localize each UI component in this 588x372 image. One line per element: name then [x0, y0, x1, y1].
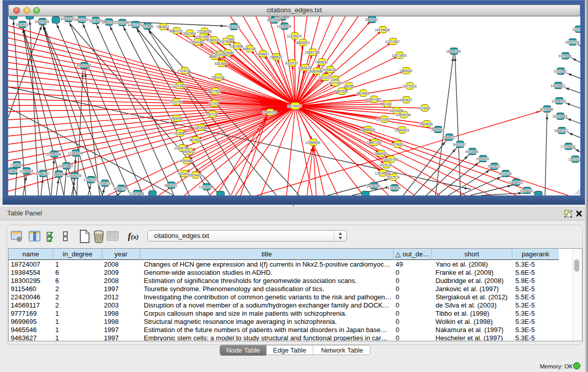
svg-text:8454749: 8454749 — [243, 47, 256, 51]
svg-text:10958107: 10958107 — [97, 182, 112, 185]
svg-text:15692571: 15692571 — [554, 129, 569, 133]
svg-text:9099489: 9099489 — [180, 159, 193, 163]
svg-text:8186328: 8186328 — [207, 38, 220, 42]
svg-text:8471676: 8471676 — [498, 172, 512, 176]
svg-text:6466160: 6466160 — [102, 20, 115, 24]
svg-text:20691406: 20691406 — [35, 20, 50, 24]
svg-text:6497508: 6497508 — [335, 90, 348, 93]
svg-text:8427552: 8427552 — [208, 90, 221, 93]
svg-text:16648784: 16648784 — [446, 50, 461, 53]
svg-text:17359924: 17359924 — [68, 151, 83, 155]
svg-text:2887682: 2887682 — [365, 18, 378, 21]
svg-text:16120746: 16120746 — [383, 158, 398, 161]
svg-text:1527602: 1527602 — [89, 19, 102, 23]
svg-text:9699695: 9699695 — [420, 122, 433, 126]
svg-text:8813054: 8813054 — [267, 18, 280, 22]
svg-text:7485063: 7485063 — [399, 69, 412, 73]
svg-text:13716485: 13716485 — [199, 185, 214, 189]
svg-text:2684067: 2684067 — [374, 152, 387, 156]
svg-text:746266: 746266 — [343, 84, 354, 88]
svg-text:1905571: 1905571 — [15, 23, 29, 27]
svg-text:2803144: 2803144 — [211, 76, 225, 79]
svg-text:13524851: 13524851 — [375, 171, 390, 175]
svg-text:3267130: 3267130 — [205, 113, 219, 116]
svg-text:6794028: 6794028 — [323, 68, 336, 72]
svg-text:1167533: 1167533 — [569, 158, 580, 161]
svg-text:16914479: 16914479 — [188, 173, 203, 177]
svg-text:9242848: 9242848 — [214, 62, 228, 65]
svg-text:2367608: 2367608 — [230, 45, 243, 48]
svg-text:1353594: 1353594 — [194, 126, 207, 129]
svg-text:12213967: 12213967 — [385, 40, 400, 43]
svg-text:7955812: 7955812 — [315, 60, 328, 64]
svg-text:12444191: 12444191 — [552, 99, 567, 103]
svg-text:10688609: 10688609 — [360, 128, 375, 132]
svg-text:23226058: 23226058 — [197, 30, 212, 33]
svg-text:1733426: 1733426 — [387, 186, 401, 190]
svg-text:117004: 117004 — [208, 102, 220, 105]
svg-text:10973403: 10973403 — [392, 54, 407, 57]
svg-text:15720407: 15720407 — [377, 118, 391, 121]
svg-text:8322037: 8322037 — [285, 61, 298, 65]
svg-text:1615132: 1615132 — [379, 163, 393, 167]
svg-text:10533257: 10533257 — [61, 17, 76, 20]
svg-text:9857791: 9857791 — [164, 184, 178, 187]
svg-text:2935114: 2935114 — [476, 157, 489, 161]
svg-text:10654122: 10654122 — [509, 181, 524, 184]
svg-text:10543362: 10543362 — [190, 40, 205, 44]
svg-text:16782759: 16782759 — [114, 187, 128, 190]
svg-text:7632621: 7632621 — [487, 165, 500, 168]
svg-text:9227342: 9227342 — [554, 70, 567, 73]
svg-text:6479197: 6479197 — [453, 143, 466, 146]
svg-text:1621072: 1621072 — [318, 76, 332, 79]
svg-text:9245612: 9245612 — [520, 189, 533, 192]
svg-text:18640910: 18640910 — [295, 41, 310, 45]
svg-text:867833: 867833 — [189, 138, 201, 142]
svg-text:18807249: 18807249 — [367, 141, 382, 144]
svg-text:12975115: 12975115 — [402, 84, 417, 88]
svg-text:10653267: 10653267 — [74, 18, 89, 21]
svg-text:17016504: 17016504 — [561, 145, 576, 148]
svg-text:15751074: 15751074 — [565, 40, 580, 44]
svg-text:17957253: 17957253 — [83, 178, 98, 182]
svg-text:1965498: 1965498 — [169, 117, 183, 120]
svg-text:10719155: 10719155 — [115, 21, 129, 25]
svg-text:14136141: 14136141 — [366, 184, 381, 188]
svg-text:3824554: 3824554 — [356, 92, 369, 95]
svg-text:12942757: 12942757 — [35, 172, 50, 176]
svg-text:2718126: 2718126 — [178, 69, 191, 73]
svg-text:2522574: 2522574 — [386, 176, 400, 179]
svg-text:391549: 391549 — [8, 169, 17, 173]
svg-text:1335061: 1335061 — [10, 163, 23, 167]
svg-text:62160: 62160 — [382, 102, 391, 106]
svg-text:10046786: 10046786 — [175, 146, 189, 150]
svg-text:16033809: 16033809 — [275, 16, 290, 19]
svg-text:9474444: 9474444 — [465, 150, 478, 154]
svg-text:8660123: 8660123 — [169, 29, 183, 33]
svg-text:9327508: 9327508 — [219, 40, 232, 43]
svg-text:18724007: 18724007 — [288, 104, 302, 108]
svg-text:9777169: 9777169 — [329, 81, 342, 85]
svg-text:1588520: 1588520 — [269, 55, 282, 59]
svg-text:1145194: 1145194 — [52, 172, 65, 176]
svg-text:9129966: 9129966 — [558, 54, 572, 58]
svg-text:11325419: 11325419 — [287, 34, 302, 38]
svg-text:1112506: 1112506 — [572, 28, 580, 31]
svg-text:1010755: 1010755 — [169, 100, 183, 104]
svg-text:19218506: 19218506 — [277, 25, 292, 28]
svg-text:16961758: 16961758 — [305, 51, 320, 54]
svg-text:1362615: 1362615 — [298, 66, 311, 70]
svg-text:1916682: 1916682 — [173, 132, 186, 135]
svg-text:7663822: 7663822 — [156, 25, 169, 29]
svg-text:11156829: 11156829 — [19, 169, 33, 173]
svg-text:3912954: 3912954 — [183, 32, 196, 35]
svg-text:25300215: 25300215 — [263, 111, 277, 114]
svg-text:7075692: 7075692 — [390, 143, 404, 146]
svg-text:8958921: 8958921 — [442, 136, 455, 139]
svg-text:12505135: 12505135 — [67, 174, 82, 178]
svg-text:12213302: 12213302 — [172, 84, 187, 87]
svg-text:9146821: 9146821 — [256, 52, 269, 56]
svg-text:9115460: 9115460 — [418, 106, 431, 110]
svg-text:10975867: 10975867 — [59, 164, 74, 168]
svg-text:19384554: 19384554 — [306, 141, 320, 144]
